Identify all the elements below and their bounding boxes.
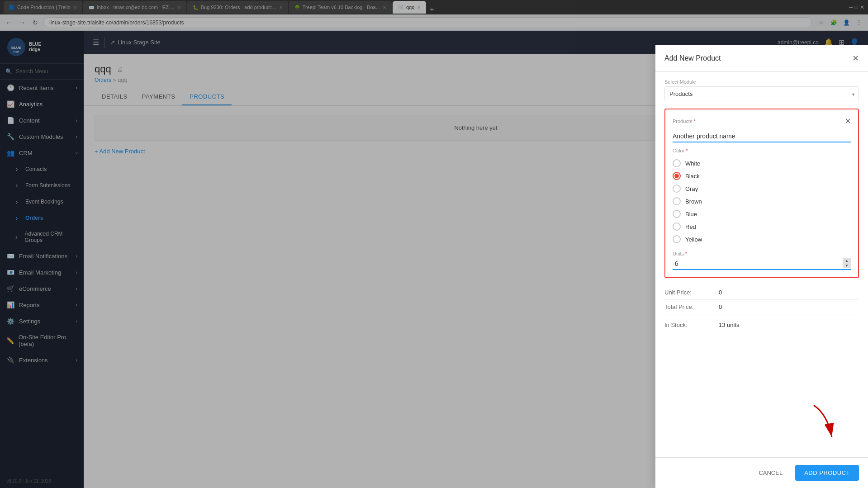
units-label: Units * [673, 251, 851, 256]
radio-red[interactable] [673, 223, 681, 231]
radio-yellow[interactable] [673, 235, 681, 243]
radio-gray[interactable] [673, 185, 681, 193]
color-name-white: White [685, 160, 700, 167]
radio-brown[interactable] [673, 197, 681, 205]
units-decrement-button[interactable]: ▼ [843, 263, 851, 268]
in-stock-label: In Stock: [664, 322, 719, 328]
in-stock-value: 13 units [719, 322, 740, 328]
color-section: Color * White Black Gray Brown [673, 148, 851, 246]
total-price-label: Total Price: [664, 303, 719, 310]
total-price-value: 0 [719, 303, 722, 310]
select-module-wrapper: Products ▾ [664, 86, 859, 101]
cancel-button[interactable]: CANCEL [751, 466, 790, 480]
color-name-yellow: Yellow [685, 236, 702, 243]
product-field-header: Products * ✕ [673, 117, 851, 125]
color-name-black: Black [685, 173, 700, 180]
select-module-dropdown[interactable]: Products [664, 86, 859, 101]
color-option-gray[interactable]: Gray [673, 182, 851, 195]
modal-header: Add New Product ✕ [655, 45, 868, 72]
modal-footer: CANCEL ADD PRODUCT [655, 457, 868, 488]
add-product-button[interactable]: ADD PRODUCT [795, 465, 859, 481]
color-name-red: Red [685, 223, 696, 230]
color-name-brown: Brown [685, 198, 702, 205]
product-name-input[interactable] [673, 131, 851, 142]
product-form-section: Products * ✕ Color * White Black [664, 109, 859, 278]
color-option-black[interactable]: Black [673, 170, 851, 182]
add-new-product-modal: Add New Product ✕ Select Module Products… [655, 45, 868, 488]
color-option-white[interactable]: White [673, 157, 851, 170]
modal-body: Select Module Products ▾ Products * ✕ Co… [655, 72, 868, 457]
color-label: Color * [673, 148, 851, 153]
select-module-label: Select Module [664, 79, 859, 85]
product-field-close-button[interactable]: ✕ [845, 117, 851, 125]
color-name-blue: Blue [685, 211, 697, 218]
modal-close-button[interactable]: ✕ [852, 53, 859, 63]
units-input-wrapper: ▲ ▼ [673, 258, 851, 270]
select-module-group: Select Module Products ▾ [664, 79, 859, 101]
color-name-gray: Gray [685, 185, 698, 192]
radio-black[interactable] [673, 172, 681, 180]
unit-price-value: 0 [719, 289, 722, 296]
radio-white[interactable] [673, 159, 681, 167]
units-input[interactable] [673, 258, 851, 270]
unit-price-row: Unit Price: 0 [664, 285, 859, 300]
color-option-red[interactable]: Red [673, 220, 851, 233]
radio-blue[interactable] [673, 210, 681, 218]
color-option-blue[interactable]: Blue [673, 208, 851, 220]
products-field-label: Products * [673, 118, 696, 124]
total-price-row: Total Price: 0 [664, 300, 859, 314]
units-spinners: ▲ ▼ [843, 258, 851, 268]
color-option-brown[interactable]: Brown [673, 195, 851, 208]
color-option-yellow[interactable]: Yellow [673, 233, 851, 246]
modal-title: Add New Product [664, 54, 721, 62]
units-increment-button[interactable]: ▲ [843, 258, 851, 263]
in-stock-row: In Stock: 13 units [664, 314, 859, 336]
units-section: Units * ▲ ▼ [673, 251, 851, 270]
unit-price-label: Unit Price: [664, 289, 719, 296]
